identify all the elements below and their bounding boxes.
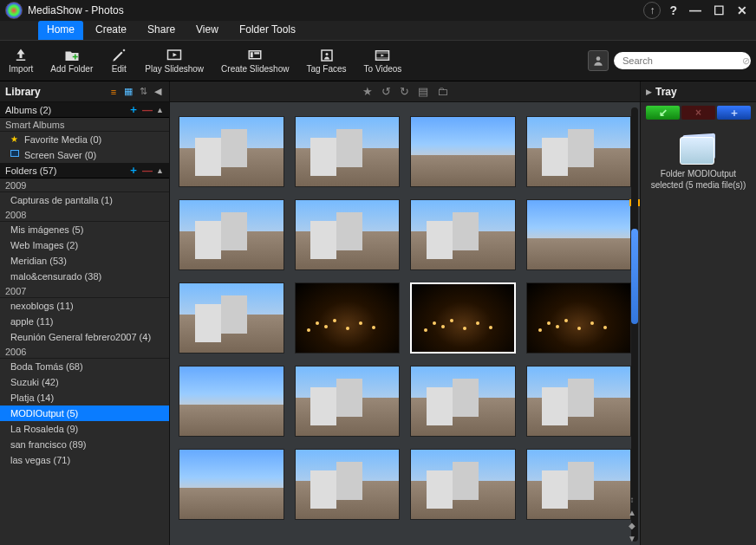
sidebar-item-web-images[interactable]: Web Images (2) <box>0 237 169 253</box>
scrollbar-thumb[interactable] <box>631 229 638 324</box>
thumbnail[interactable] <box>295 199 401 270</box>
toolbar: ImportAdd FolderEditPlay SlideshowCreate… <box>0 40 756 81</box>
thumbnail[interactable] <box>295 116 401 187</box>
sidebar-item-suzuki[interactable]: Suzuki (42) <box>0 374 169 390</box>
zoom-toggle-icon[interactable]: ↕ <box>630 495 635 504</box>
tray-remove-button[interactable]: × <box>681 106 715 120</box>
toolbar-play-slideshow[interactable]: Play Slideshow <box>136 40 212 81</box>
thumbnail[interactable] <box>295 366 401 437</box>
rotate-right-icon[interactable]: ↻ <box>400 85 409 98</box>
zoom-slider-icon[interactable]: ◆ <box>629 521 635 530</box>
thumbnail[interactable] <box>410 116 516 187</box>
menu-tab-create[interactable]: Create <box>87 21 135 40</box>
menu-tab-home[interactable]: Home <box>38 21 83 40</box>
help-button[interactable]: ? <box>666 3 681 17</box>
upload-icon[interactable]: ↑ <box>643 2 661 19</box>
thumbnail[interactable] <box>526 199 632 270</box>
remove-folder-icon[interactable]: — <box>142 165 153 177</box>
smart-albums-header[interactable]: Smart Albums <box>0 118 169 132</box>
search-input[interactable] <box>622 55 742 66</box>
close-button[interactable]: ✕ <box>733 3 751 17</box>
sidebar-item-screensaver[interactable]: Screen Saver (0) <box>0 147 169 163</box>
sidebar-item-malo[interactable]: malo&censurado (38) <box>0 269 169 284</box>
section-folders-label: Folders (57) <box>5 165 125 176</box>
add-folder-icon[interactable]: ＋ <box>128 163 139 178</box>
toolbar-to-videos[interactable]: To Videos <box>355 40 411 81</box>
zoom-in-icon[interactable]: ▲ <box>628 508 636 517</box>
toolbar-create-slideshow[interactable]: Create Slideshow <box>212 40 297 81</box>
zoom-out-icon[interactable]: ▼ <box>628 534 636 543</box>
sort-icon[interactable]: ⇅ <box>137 86 149 98</box>
thumbnail[interactable] <box>526 116 632 187</box>
section-albums-label: Albums (2) <box>5 105 125 115</box>
account-icon[interactable] <box>588 50 609 71</box>
thumbnail[interactable] <box>295 449 401 520</box>
sidebar-item-nexoblogs[interactable]: nexoblogs (11) <box>0 298 169 314</box>
toolbar-add-folder[interactable]: Add Folder <box>42 40 101 81</box>
tag-icon[interactable]: ▤ <box>418 85 428 98</box>
menu-tab-folder-tools[interactable]: Folder Tools <box>231 21 304 40</box>
toolbar-edit[interactable]: Edit <box>101 40 136 81</box>
thumbnail[interactable] <box>526 282 632 354</box>
menu-tab-view[interactable]: View <box>187 21 227 40</box>
tray-add-button[interactable]: ↙ <box>646 106 680 120</box>
sidebar-item-boda[interactable]: Boda Tomás (68) <box>0 359 169 374</box>
thumbnail[interactable] <box>410 449 516 520</box>
thumbnail[interactable] <box>410 199 516 270</box>
thumbnail[interactable] <box>526 449 632 520</box>
thumbnail-toolbar: ★ ↺ ↻ ▤ 🗀 <box>170 81 640 102</box>
minimize-button[interactable]: — <box>686 3 705 17</box>
toolbar-tag-faces[interactable]: Tag Faces <box>297 40 355 81</box>
maximize-button[interactable]: ☐ <box>710 3 728 17</box>
sidebar-item-platja[interactable]: Platja (14) <box>0 390 169 406</box>
sidebar-item-vegas[interactable]: las vegas (71) <box>0 452 169 468</box>
section-folders[interactable]: Folders (57) ＋ — ▲ <box>0 163 169 178</box>
collapse-folders-icon[interactable]: ▲ <box>156 166 164 175</box>
tray-new-button[interactable]: ＋ <box>717 106 751 120</box>
star-icon: ★ <box>10 134 21 145</box>
sidebar-item-modioutput[interactable]: MODIOutput (5) <box>0 406 169 421</box>
thumbnail[interactable] <box>410 282 516 354</box>
menu-tab-share[interactable]: Share <box>139 21 184 40</box>
vertical-scrollbar[interactable] <box>631 107 638 542</box>
sidebar-item-rosaleda[interactable]: La Rosaleda (9) <box>0 421 169 437</box>
thumbnail[interactable] <box>295 282 401 354</box>
year-group-2006[interactable]: 2006 <box>0 345 169 359</box>
thumbnail-pane: ★ ↺ ↻ ▤ 🗀 ↕ ▲ ◆ ▼ <box>170 81 640 545</box>
sidebar-item-meridian[interactable]: Meridian (53) <box>0 253 169 269</box>
sidebar-item-mis-imagenes[interactable]: Mis imágenes (5) <box>0 222 169 237</box>
collapse-sidebar-icon[interactable]: ◀ <box>152 86 164 98</box>
tray-folder-icon[interactable] <box>680 132 718 163</box>
toolbar-import[interactable]: Import <box>0 40 42 81</box>
remove-album-icon[interactable]: — <box>142 104 153 116</box>
rotate-left-icon[interactable]: ↺ <box>381 85 391 98</box>
sidebar-item-favorite[interactable]: ★Favorite Media (0) <box>0 132 169 147</box>
add-album-icon[interactable]: ＋ <box>128 102 139 117</box>
thumbnail[interactable] <box>179 282 284 354</box>
thumbnail[interactable] <box>410 366 516 437</box>
thumbnail[interactable] <box>179 366 284 437</box>
svg-rect-3 <box>255 52 260 54</box>
tray-header: ▶ Tray <box>641 81 756 102</box>
search-box[interactable]: ⊘ <box>614 52 751 69</box>
sidebar-item-reunion[interactable]: Reunión General febrero2007 (4) <box>0 329 169 345</box>
view-list-icon[interactable]: ≡ <box>108 86 120 98</box>
sidebar-item-apple[interactable]: apple (11) <box>0 314 169 329</box>
thumbnail[interactable] <box>179 449 284 520</box>
thumbnail[interactable] <box>179 199 284 270</box>
folder-icon[interactable]: 🗀 <box>437 85 448 98</box>
year-group-2009[interactable]: 2009 <box>0 178 169 192</box>
sidebar-item-capturas[interactable]: Capturas de pantalla (1) <box>0 192 169 208</box>
section-albums[interactable]: Albums (2) ＋ — ▲ <box>0 102 169 118</box>
clear-search-icon[interactable]: ⊘ <box>742 55 750 67</box>
thumbnail[interactable] <box>526 366 632 437</box>
year-group-2008[interactable]: 2008 <box>0 208 169 222</box>
collapse-albums-icon[interactable]: ▲ <box>156 106 164 114</box>
thumbnail[interactable] <box>179 116 284 187</box>
year-group-2007[interactable]: 2007 <box>0 284 169 298</box>
favorite-icon[interactable]: ★ <box>362 85 373 98</box>
sidebar-item-sanfran[interactable]: san francisco (89) <box>0 437 169 452</box>
expand-tray-icon[interactable]: ▶ <box>646 88 652 96</box>
svg-point-7 <box>596 56 601 61</box>
view-grid-icon[interactable]: ▦ <box>122 86 134 98</box>
